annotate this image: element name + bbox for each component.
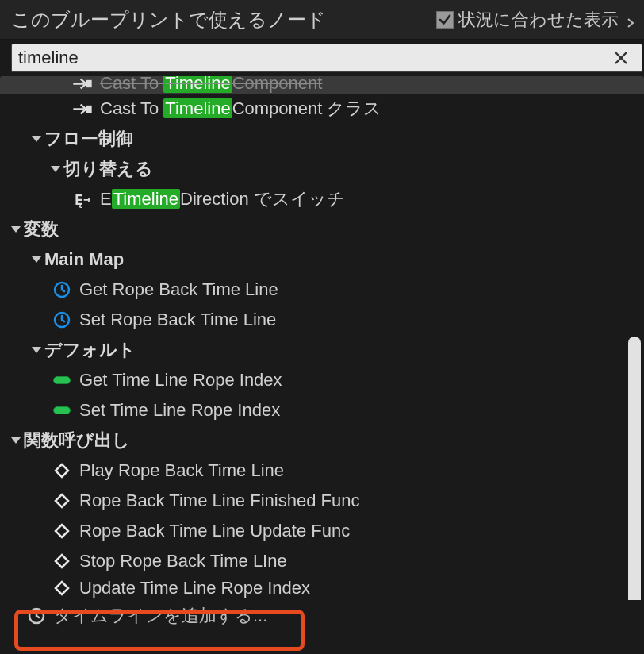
list-item[interactable]: Rope Back Time Line Finished Func (0, 486, 644, 516)
node-label: Update Time Line Rope Index (79, 578, 310, 598)
node-label: Cast To TimelineComponent クラス (100, 97, 382, 121)
node-label: Get Time Line Rope Index (79, 370, 282, 390)
category-switch[interactable]: 切り替える (0, 154, 644, 184)
disclosure-icon (11, 226, 21, 233)
list-item[interactable]: Set Rope Back Time Line (0, 305, 644, 335)
node-label: Set Rope Back Time Line (79, 310, 276, 330)
list-item[interactable]: Cast To TimelineComponent (0, 76, 644, 94)
category-label: デフォルト (44, 338, 136, 362)
category-variables[interactable]: 変数 (0, 214, 644, 244)
list-item[interactable]: Update Time Line Rope Index (0, 576, 644, 600)
switch-icon: Ę→ (71, 189, 94, 210)
node-label: Get Rope Back Time Line (79, 279, 278, 300)
function-icon (51, 551, 73, 571)
context-checkbox[interactable] (436, 11, 454, 29)
disclosure-icon (32, 256, 41, 263)
clock-icon (51, 279, 73, 300)
function-icon (51, 578, 73, 598)
cast-icon (71, 76, 94, 94)
disclosure-icon (51, 166, 60, 172)
clock-icon (51, 310, 73, 330)
search-row (0, 40, 644, 76)
category-function-call[interactable]: 関数呼び出し (0, 425, 644, 456)
node-label: ETimelineDirection でスイッチ (100, 187, 345, 211)
list-item[interactable]: Get Time Line Rope Index (0, 365, 644, 395)
list-item[interactable]: Rope Back Time Line Update Func (0, 516, 644, 546)
svg-rect-3 (86, 105, 92, 112)
category-flow-control[interactable]: フロー制御 (0, 124, 644, 154)
node-label: Rope Back Time Line Finished Func (79, 490, 359, 511)
node-label: Rope Back Time Line Update Func (79, 521, 350, 541)
node-label: Stop Rope Back Time LIne (79, 551, 287, 571)
disclosure-icon (32, 136, 41, 142)
search-input[interactable] (11, 44, 642, 72)
function-icon (51, 460, 73, 481)
category-label: 切り替える (63, 157, 153, 181)
disclosure-icon (32, 347, 41, 353)
add-timeline-item[interactable]: タイムラインを追加する... (0, 600, 644, 632)
category-main-map[interactable]: Main Map (0, 244, 644, 275)
category-label: フロー制御 (44, 127, 133, 151)
add-timeline-label: タイムラインを追加する... (54, 604, 267, 628)
cast-icon (71, 98, 94, 119)
context-sensitive-area: 状況に合わせた表示 (436, 8, 636, 32)
clock-icon (25, 606, 48, 626)
category-label: 関数呼び出し (24, 429, 130, 452)
scrollbar[interactable] (628, 337, 641, 600)
node-label: Set Time Line Rope Index (79, 400, 280, 421)
clear-search-button[interactable] (612, 49, 630, 67)
list-item[interactable]: Get Rope Back Time Line (0, 275, 644, 305)
disclosure-icon (11, 437, 21, 444)
chevron-right-icon[interactable] (625, 14, 636, 25)
category-default[interactable]: デフォルト (0, 335, 644, 365)
results-list: Cast To TimelineComponent Cast To Timeli… (0, 76, 644, 600)
pill-icon (51, 370, 73, 390)
node-label: Cast To TimelineComponent (100, 76, 322, 94)
panel-title: このブループリントで使えるノード (11, 7, 326, 33)
function-icon (51, 521, 73, 541)
pill-icon (51, 400, 73, 421)
node-label: Play Rope Back Time Line (79, 460, 284, 481)
category-label: Main Map (44, 249, 124, 270)
list-item[interactable]: Cast To TimelineComponent クラス (0, 94, 644, 124)
list-item[interactable]: Set Time Line Rope Index (0, 395, 644, 425)
context-label: 状況に合わせた表示 (458, 8, 619, 32)
list-item[interactable]: Play Rope Back Time Line (0, 456, 644, 486)
list-item[interactable]: Ę→ ETimelineDirection でスイッチ (0, 184, 644, 214)
category-label: 変数 (24, 217, 59, 241)
svg-rect-2 (86, 79, 92, 87)
list-item[interactable]: Stop Rope Back Time LIne (0, 546, 644, 576)
function-icon (51, 490, 73, 511)
header: このブループリントで使えるノード 状況に合わせた表示 (0, 0, 644, 40)
